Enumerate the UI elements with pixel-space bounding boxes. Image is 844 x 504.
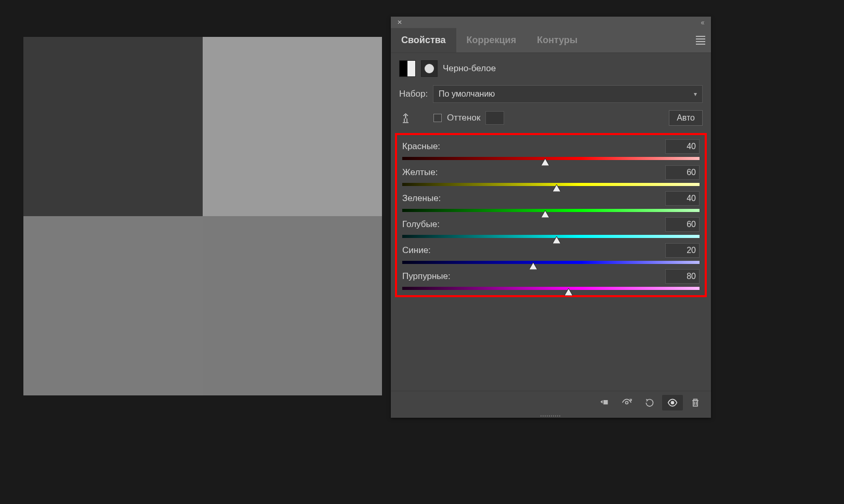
slider-label-reds: Красные: <box>402 141 440 152</box>
slider-value-yellows[interactable] <box>665 165 700 180</box>
slider-thumb-cyans[interactable] <box>552 236 561 244</box>
slider-track-cyans[interactable] <box>402 235 700 238</box>
slider-blues: Синие: <box>402 243 700 264</box>
svg-point-8 <box>626 401 628 404</box>
slider-value-blues[interactable] <box>665 243 700 258</box>
slider-value-reds[interactable] <box>665 139 700 154</box>
slider-thumb-reds[interactable] <box>541 158 549 166</box>
canvas-preview <box>23 37 382 395</box>
slider-thumb-greens[interactable] <box>541 210 549 218</box>
panel-menu-icon[interactable] <box>690 28 711 52</box>
svg-marker-3 <box>552 236 561 244</box>
reset-icon[interactable] <box>639 395 660 410</box>
slider-value-greens[interactable] <box>665 191 700 206</box>
slider-value-cyans[interactable] <box>665 217 700 232</box>
layer-mask-icon[interactable] <box>421 60 438 77</box>
clip-to-layer-icon[interactable] <box>594 395 614 410</box>
view-previous-state-icon[interactable] <box>616 395 637 410</box>
tint-label: Оттенок <box>447 113 480 123</box>
slider-reds: Красные: <box>402 139 700 160</box>
slider-value-magentas[interactable] <box>665 269 700 284</box>
tab-properties[interactable]: Свойства <box>391 28 456 52</box>
black-white-adjustment-icon <box>399 60 416 77</box>
gradient-blues <box>402 261 700 264</box>
preview-quadrant <box>23 216 203 395</box>
gradient-cyans <box>402 235 700 238</box>
adjustment-header: Черно-белое <box>399 60 703 77</box>
tint-checkbox[interactable] <box>433 114 442 122</box>
svg-marker-4 <box>529 262 537 270</box>
svg-marker-1 <box>552 184 561 192</box>
slider-yellows: Желтые: <box>402 165 700 186</box>
preset-select[interactable]: По умолчанию ▾ <box>433 85 703 103</box>
panel-body: Черно-белое Набор: По умолчанию ▾ Оттено… <box>391 53 711 391</box>
auto-button[interactable]: Авто <box>669 110 703 126</box>
svg-marker-2 <box>541 210 549 218</box>
preview-quadrant <box>203 37 382 216</box>
gradient-greens <box>402 209 700 212</box>
gradient-yellows <box>402 183 700 186</box>
slider-magentas: Пурпурные: <box>402 269 700 290</box>
chevron-down-icon: ▾ <box>694 90 697 98</box>
svg-marker-0 <box>541 158 549 166</box>
tab-adjustments[interactable]: Коррекция <box>456 28 527 52</box>
gradient-magentas <box>402 287 700 290</box>
slider-label-greens: Зеленые: <box>402 193 441 204</box>
close-icon[interactable] <box>395 18 404 27</box>
collapse-panel-icon[interactable] <box>697 18 707 27</box>
panel-footer <box>391 391 711 414</box>
preview-quadrant <box>23 37 203 216</box>
tab-paths[interactable]: Контуры <box>526 28 588 52</box>
tint-row: Оттенок Авто <box>399 110 703 126</box>
adjustment-title: Черно-белое <box>443 63 496 74</box>
properties-panel: Свойства Коррекция Контуры Черно-белое Н… <box>391 17 711 418</box>
slider-label-cyans: Голубые: <box>402 219 440 230</box>
panel-topbar <box>391 17 711 28</box>
slider-label-magentas: Пурпурные: <box>402 271 451 282</box>
slider-thumb-yellows[interactable] <box>552 184 561 192</box>
slider-track-yellows[interactable] <box>402 183 700 186</box>
slider-thumb-magentas[interactable] <box>564 288 573 296</box>
slider-track-magentas[interactable] <box>402 287 700 290</box>
panel-resize-grip[interactable] <box>391 414 711 418</box>
panel-tabs: Свойства Коррекция Контуры <box>391 28 711 53</box>
toggle-visibility-icon[interactable] <box>662 395 683 410</box>
slider-greens: Зеленые: <box>402 191 700 212</box>
slider-track-greens[interactable] <box>402 209 700 212</box>
slider-label-yellows: Желтые: <box>402 167 438 178</box>
preset-value: По умолчанию <box>439 89 495 99</box>
targeted-adjustment-icon[interactable] <box>399 111 413 125</box>
delete-icon[interactable] <box>685 395 706 410</box>
svg-point-9 <box>671 401 674 404</box>
svg-rect-7 <box>603 400 608 404</box>
svg-marker-6 <box>600 400 602 404</box>
slider-track-reds[interactable] <box>402 157 700 160</box>
preview-quadrant <box>203 216 382 395</box>
preset-label: Набор: <box>399 89 428 99</box>
svg-marker-5 <box>564 288 573 296</box>
slider-thumb-blues[interactable] <box>529 262 537 270</box>
slider-cyans: Голубые: <box>402 217 700 238</box>
slider-label-blues: Синие: <box>402 245 431 256</box>
tint-color-swatch[interactable] <box>485 111 504 125</box>
gradient-reds <box>402 157 700 160</box>
preset-row: Набор: По умолчанию ▾ <box>399 85 703 103</box>
slider-track-blues[interactable] <box>402 261 700 264</box>
sliders-highlight-box: Красные: Желтые: <box>395 133 707 297</box>
